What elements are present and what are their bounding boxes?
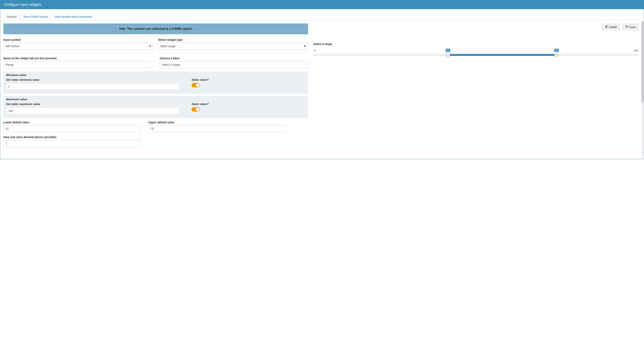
slider-min-label: 1: [313, 49, 316, 52]
group-widget-type: Select widget type Slider range: [158, 38, 308, 50]
group-widget-tab-name: Name of the widget tab (no live preview): [4, 57, 152, 68]
group-step-size: Step size (also decimal places possible): [4, 136, 140, 147]
slider-handle-high[interactable]: [554, 53, 559, 57]
trash-icon: [605, 25, 608, 29]
row-step: Step size (also decimal places possible): [4, 136, 308, 147]
slider-fill: [448, 54, 556, 56]
group-widget-label: Choose a label: [160, 57, 308, 68]
slider-low-tooltip: 42: [446, 49, 450, 52]
configure-input-widgets-dialog: Configure input widgets Symbol New GAMS …: [0, 0, 644, 159]
slider-max-label: 100: [634, 49, 639, 52]
slider-handle-low[interactable]: [446, 53, 450, 57]
save-icon: [625, 25, 628, 29]
min-toggle-label: Static value?: [192, 78, 305, 81]
minimum-value-panel: Minimum value Set static minimum value S…: [4, 72, 308, 94]
widget-label-label: Choose a label: [160, 57, 308, 60]
tab-symbol[interactable]: Symbol: [4, 13, 20, 20]
group-lower-default: Lower default value: [4, 121, 140, 132]
tab-new-gams-option[interactable]: New GAMS option: [20, 13, 51, 20]
row-defaults: Lower default value Upper default value: [4, 121, 308, 132]
min-static-input[interactable]: [6, 83, 180, 90]
widget-label-input[interactable]: [160, 61, 308, 68]
range-slider[interactable]: 1 100 42 75: [313, 48, 639, 58]
save-button-label: Save: [629, 26, 636, 29]
max-toggle-label: Static value?: [192, 103, 305, 106]
widget-type-label: Select widget type: [158, 38, 308, 41]
maximum-value-title: Maximum value: [6, 98, 305, 101]
step-size-input[interactable]: [4, 140, 140, 147]
dialog-title-text: Configure input widgets: [4, 3, 41, 7]
dialog-title: Configure input widgets: [0, 0, 644, 9]
min-static-label: Set static minimum value: [6, 78, 180, 81]
chevron-down-icon: [304, 46, 306, 47]
content-row: Info: The symbol you selected is a GAMS …: [2, 20, 642, 158]
info-banner: Info: The symbol you selected is a GAMS …: [4, 24, 308, 34]
slider-high-tooltip: 75: [554, 49, 559, 52]
preview-panel: Delete Save Select a range 1 100 4: [313, 24, 640, 158]
chevron-down-icon: [149, 46, 151, 47]
page-scrollbar-thumb[interactable]: [642, 21, 644, 103]
widget-tab-name-label: Name of the widget tab (no live preview): [4, 57, 152, 60]
lower-default-label: Lower default value: [4, 121, 140, 124]
delete-button[interactable]: Delete: [602, 24, 620, 31]
input-symbol-value: MIP-Solver: [6, 45, 19, 48]
tab-label: New GAMS option: [24, 15, 48, 18]
tab-bar: Symbol New GAMS option New double-dash p…: [4, 13, 640, 20]
tab-label: Symbol: [7, 15, 17, 18]
row-symbol-widget: Input symbol MIP-Solver Select widget ty…: [4, 38, 308, 50]
group-upper-default: Upper default value: [148, 121, 286, 132]
group-input-symbol: Input symbol MIP-Solver: [4, 38, 153, 50]
minimum-value-title: Minimum value: [6, 73, 305, 77]
form-panel[interactable]: Info: The symbol you selected is a GAMS …: [4, 24, 309, 158]
widget-type-value: Slider range: [160, 45, 176, 48]
row-tabname-label: Name of the widget tab (no live preview)…: [4, 57, 308, 68]
widget-tab-name-input[interactable]: [4, 61, 152, 68]
maximum-value-panel: Maximum value Set static maximum value S…: [4, 96, 308, 118]
input-symbol-label: Input symbol: [4, 38, 153, 41]
upper-default-input[interactable]: [148, 125, 286, 132]
max-static-label: Set static maximum value: [6, 103, 180, 106]
tab-label: New double-dash parameter: [55, 15, 92, 18]
page-scrollbar[interactable]: [642, 21, 644, 157]
save-button[interactable]: Save: [622, 24, 639, 31]
widget-type-select[interactable]: Slider range: [158, 43, 308, 50]
upper-default-label: Upper default value: [148, 121, 286, 124]
action-bar: Delete Save: [313, 24, 639, 31]
delete-button-label: Delete: [609, 26, 617, 29]
lower-default-input[interactable]: [4, 125, 140, 132]
max-static-toggle[interactable]: [192, 107, 200, 112]
step-size-label: Step size (also decimal places possible): [4, 136, 140, 139]
max-static-input[interactable]: [6, 107, 180, 114]
min-static-toggle[interactable]: [192, 83, 200, 87]
info-banner-text: Info: The symbol you selected is a GAMS …: [119, 27, 192, 31]
input-symbol-select[interactable]: MIP-Solver: [4, 43, 153, 50]
tab-new-double-dash-parameter[interactable]: New double-dash parameter: [51, 13, 96, 20]
preview-label: Select a range: [313, 42, 639, 46]
dialog-body: Symbol New GAMS option New double-dash p…: [0, 9, 644, 159]
